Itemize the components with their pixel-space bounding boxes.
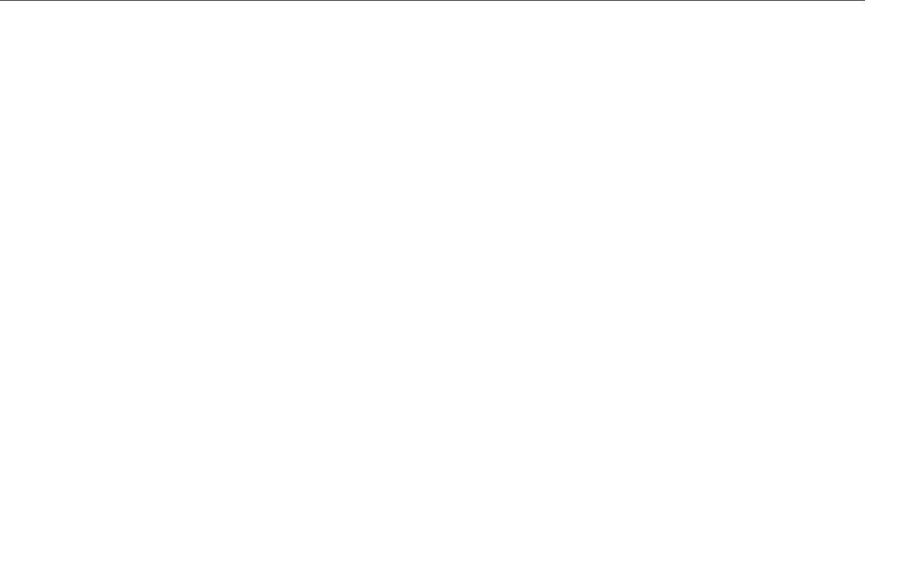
spreadsheet bbox=[0, 0, 924, 578]
salary-table bbox=[0, 0, 865, 1]
